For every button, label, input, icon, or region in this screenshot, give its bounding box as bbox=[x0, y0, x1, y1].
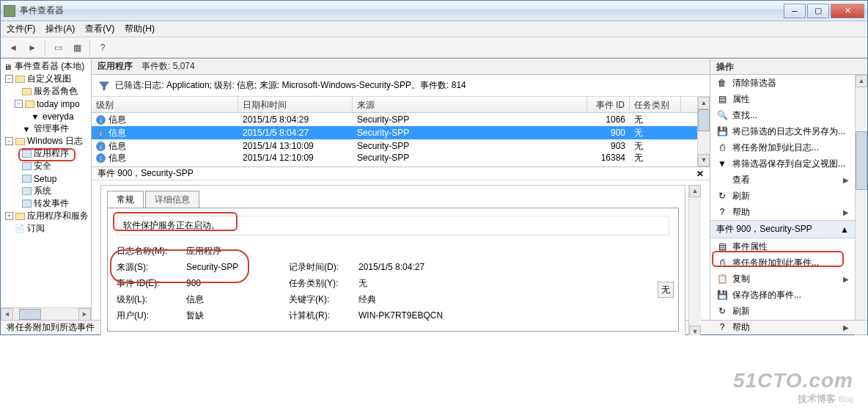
help-icon: ? bbox=[716, 206, 728, 218]
menu-file[interactable]: 文件(F) bbox=[7, 23, 35, 35]
mid-header: 应用程序 事件数: 5,074 bbox=[92, 59, 710, 75]
minimize-button[interactable]: ─ bbox=[784, 4, 806, 18]
col-source[interactable]: 来源 bbox=[353, 97, 587, 112]
nav-forward-icon[interactable]: ► bbox=[24, 40, 40, 56]
close-button[interactable]: ✕ bbox=[831, 4, 864, 18]
tab-details[interactable]: 详细信息 bbox=[145, 191, 199, 208]
properties-icon[interactable]: ▦ bbox=[69, 40, 85, 56]
action-view[interactable]: 查看▶ bbox=[710, 172, 855, 188]
action-save-filtered[interactable]: 💾将已筛选的日志文件另存为... bbox=[710, 123, 855, 139]
view-icon bbox=[716, 174, 728, 186]
menu-operation[interactable]: 操作(A) bbox=[45, 23, 75, 35]
tree-everyday[interactable]: ▼everyda bbox=[1, 110, 91, 123]
tree-apps-services[interactable]: +应用程序和服务 bbox=[1, 210, 91, 222]
properties-icon: ▤ bbox=[716, 241, 728, 252]
action-help2[interactable]: ?帮助▶ bbox=[710, 319, 855, 335]
copy-icon: 📋 bbox=[716, 273, 728, 285]
nav-back-icon[interactable]: ◄ bbox=[5, 40, 21, 56]
action-find[interactable]: 🔍查找... bbox=[710, 107, 855, 123]
col-eventid[interactable]: 事件 ID bbox=[587, 97, 630, 112]
menubar: 文件(F) 操作(A) 查看(V) 帮助(H) bbox=[1, 21, 867, 37]
clear-icon: 🗑 bbox=[716, 77, 728, 89]
tree-custom-views[interactable]: −自定义视图 bbox=[1, 73, 91, 85]
details-close-icon[interactable]: ✕ bbox=[696, 169, 704, 179]
action-properties[interactable]: ▤属性 bbox=[710, 91, 855, 107]
tree-today-impo[interactable]: −today impo bbox=[1, 98, 91, 110]
task-icon: ⎙ bbox=[716, 142, 728, 153]
details-vscroll[interactable]: ▲▼ bbox=[688, 185, 701, 335]
action-clear-filter[interactable]: 🗑清除筛选器 bbox=[710, 75, 855, 91]
up-button[interactable]: 无 bbox=[658, 282, 674, 298]
action-save-filter-custom[interactable]: ▼将筛选器保存到自定义视图... bbox=[710, 156, 855, 172]
toolbar: ◄ ► ▭ ▦ ? bbox=[1, 37, 867, 58]
table-row[interactable]: i信息 2015/1/5 8:04:27 Security-SPP 900 无 bbox=[92, 126, 697, 139]
event-table: 级别 日期和时间 来源 事件 ID 任务类别 i信息 2015/1/5 8:04… bbox=[92, 97, 710, 167]
action-save-selected[interactable]: 💾保存选择的事件... bbox=[710, 287, 855, 303]
table-row[interactable]: i信息 2015/1/5 8:04:29 Security-SPP 1066 无 bbox=[92, 113, 697, 126]
info-icon: i bbox=[96, 153, 106, 163]
col-level[interactable]: 级别 bbox=[92, 97, 238, 112]
tree-system[interactable]: 系统 bbox=[1, 185, 91, 197]
tab-general[interactable]: 常规 bbox=[107, 191, 144, 208]
action-copy[interactable]: 📋复制▶ bbox=[710, 271, 855, 287]
mid-title: 应用程序 bbox=[98, 60, 133, 73]
filter-icon: ▼ bbox=[716, 158, 728, 169]
task-icon: ⎙ bbox=[716, 257, 728, 268]
col-category[interactable]: 任务类别 bbox=[630, 97, 681, 112]
action-help[interactable]: ?帮助▶ bbox=[710, 204, 855, 220]
save-icon: 💾 bbox=[716, 125, 728, 137]
tree-hscroll[interactable]: ◄► bbox=[1, 307, 91, 320]
tree-subscriptions[interactable]: 📄订阅 bbox=[1, 222, 91, 235]
table-row[interactable]: i信息 2015/1/4 12:10:09 Security-SPP 16384… bbox=[92, 153, 697, 163]
tree-forwarded[interactable]: 转发事件 bbox=[1, 197, 91, 210]
tree-root[interactable]: 🖥事件查看器 (本地) bbox=[1, 60, 91, 73]
app-icon bbox=[4, 5, 15, 17]
filter-text: 已筛选:日志: Application; 级别: 信息; 来源: Microso… bbox=[115, 79, 466, 92]
save-icon: 💾 bbox=[716, 289, 728, 301]
tree-admin-events[interactable]: ▼管理事件 bbox=[1, 123, 91, 135]
properties-icon: ▤ bbox=[716, 93, 728, 105]
event-message: 软件保护服务正在启动。 bbox=[117, 216, 669, 235]
action-refresh[interactable]: ↻刷新 bbox=[710, 188, 855, 204]
mid-count: 事件数: 5,074 bbox=[141, 60, 195, 73]
titlebar: 事件查看器 ─ ▢ ✕ bbox=[1, 1, 867, 21]
col-datetime[interactable]: 日期和时间 bbox=[238, 97, 353, 112]
action-attach-task-event[interactable]: ⎙将任务附加到此事件... bbox=[710, 255, 855, 271]
tree-application[interactable]: 应用程序 bbox=[1, 147, 91, 160]
action-section-event: 事件 900，Security-SPP▲ bbox=[710, 220, 855, 238]
details-title: 事件 900，Security-SPP ✕ bbox=[92, 167, 710, 180]
refresh-icon: ↻ bbox=[716, 305, 728, 317]
tree-security[interactable]: 安全 bbox=[1, 160, 91, 172]
find-icon: 🔍 bbox=[716, 109, 728, 121]
action-event-properties[interactable]: ▤事件属性 bbox=[710, 238, 855, 255]
help-icon: ? bbox=[716, 321, 728, 333]
tree-windows-logs[interactable]: −Windows 日志 bbox=[1, 135, 91, 147]
navigation-tree: 🖥事件查看器 (本地) −自定义视图 服务器角色 −today impo ▼ev… bbox=[1, 59, 92, 320]
menu-view[interactable]: 查看(V) bbox=[85, 23, 114, 35]
action-refresh2[interactable]: ↻刷新 bbox=[710, 303, 855, 319]
maximize-button[interactable]: ▢ bbox=[807, 4, 829, 18]
actions-vscroll[interactable]: ▲▼ bbox=[855, 75, 867, 335]
table-vscroll[interactable]: ▲▼ bbox=[697, 97, 710, 167]
refresh-icon: ↻ bbox=[716, 190, 728, 202]
help-icon[interactable]: ? bbox=[95, 40, 111, 56]
tree-setup[interactable]: Setup bbox=[1, 172, 91, 185]
info-icon: i bbox=[96, 142, 106, 151]
actions-pane: 操作 🗑清除筛选器 ▤属性 🔍查找... 💾将已筛选的日志文件另存为... ⎙将… bbox=[710, 59, 867, 320]
info-icon: i bbox=[96, 128, 106, 138]
action-attach-task-log[interactable]: ⎙将任务附加到此日志... bbox=[710, 139, 855, 156]
menu-help[interactable]: 帮助(H) bbox=[125, 23, 155, 35]
info-icon: i bbox=[96, 115, 106, 125]
window-title: 事件查看器 bbox=[20, 4, 782, 17]
funnel-icon bbox=[99, 81, 109, 91]
table-row[interactable]: i信息 2015/1/4 13:10:09 Security-SPP 903 无 bbox=[92, 139, 697, 153]
scope-icon[interactable]: ▭ bbox=[50, 40, 66, 56]
filter-row: 已筛选:日志: Application; 级别: 信息; 来源: Microso… bbox=[92, 75, 710, 97]
actions-header: 操作 bbox=[710, 59, 867, 75]
tree-server-roles[interactable]: 服务器角色 bbox=[1, 85, 91, 98]
